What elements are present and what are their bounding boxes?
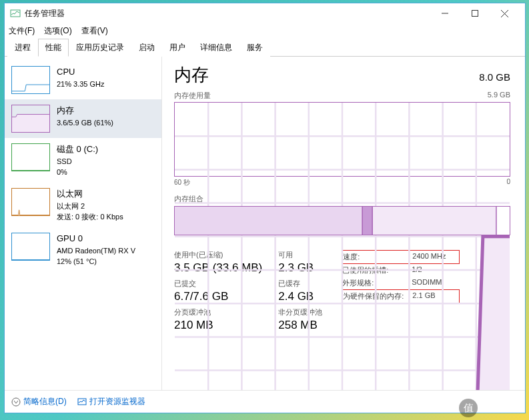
tab-services[interactable]: 服务 [239,39,270,57]
tab-details[interactable]: 详细信息 [193,39,239,57]
menu-options[interactable]: 选项(O) [44,25,71,37]
metric-thumb [11,143,50,171]
svg-rect-26 [362,207,372,235]
sidebar-item-gpu0[interactable]: GPU 0AMD Radeon(TM) RX V12% (51 °C) [5,227,161,272]
svg-rect-25 [175,207,362,235]
task-manager-window: 任务管理器 文件(F) 选项(O) 查看(V) 进程 性能 应用历史记录 启动 … [4,3,526,413]
tab-performance[interactable]: 性能 [38,39,69,57]
sidebar-item-[interactable]: 以太网以太网 2发送: 0 接收: 0 Kbps [5,183,161,227]
watermark: 值 什么值得买 [459,399,525,417]
menu-file[interactable]: 文件(F) [9,25,35,37]
tab-app-history[interactable]: 应用历史记录 [69,39,131,57]
graph-y-label: 内存使用量 [174,91,211,101]
window-title: 任务管理器 [25,8,430,19]
minimize-button[interactable] [430,3,460,23]
svg-rect-2 [472,11,478,17]
footer: 简略信息(D) 打开资源监视器 [5,390,525,413]
memory-usage-graph[interactable] [174,102,510,177]
sidebar-item-cpu[interactable]: CPU21% 3.35 GHz [5,61,161,99]
brief-info-button[interactable]: 简略信息(D) [11,396,67,407]
menubar: 文件(F) 选项(O) 查看(V) [5,23,525,38]
watermark-icon: 值 [459,399,478,417]
metric-thumb [11,66,50,94]
metric-thumb [11,233,50,261]
memory-total: 8.0 GB [479,71,510,83]
sidebar-item-[interactable]: 内存3.6/5.9 GB (61%) [5,99,161,138]
monitor-icon [77,397,87,407]
svg-rect-27 [372,207,496,235]
collapse-icon [11,397,21,407]
tab-users[interactable]: 用户 [162,39,193,57]
close-button[interactable] [490,3,520,23]
svg-point-32 [12,398,20,406]
menu-view[interactable]: 查看(V) [81,25,108,37]
metric-thumb [11,105,50,133]
app-icon [10,8,21,19]
panel-title: 内存 [174,63,209,87]
memory-composition-bar[interactable] [174,206,510,235]
graph-y-max: 5.9 GB [488,91,510,101]
maximize-button[interactable] [460,3,490,23]
tab-bar: 进程 性能 应用历史记录 启动 用户 详细信息 服务 [5,38,525,57]
svg-rect-28 [496,207,510,235]
tab-startup[interactable]: 启动 [131,39,162,57]
svg-marker-5 [12,115,49,133]
resource-monitor-link[interactable]: 打开资源监视器 [77,396,145,407]
titlebar[interactable]: 任务管理器 [5,3,525,23]
performance-sidebar: CPU21% 3.35 GHz内存3.6/5.9 GB (61%)磁盘 0 (C… [5,57,162,390]
metric-thumb [11,188,50,216]
memory-panel: 内存 8.0 GB 内存使用量 5.9 GB [162,57,525,390]
tab-processes[interactable]: 进程 [7,39,38,57]
sidebar-item-0c[interactable]: 磁盘 0 (C:)SSD0% [5,138,161,183]
